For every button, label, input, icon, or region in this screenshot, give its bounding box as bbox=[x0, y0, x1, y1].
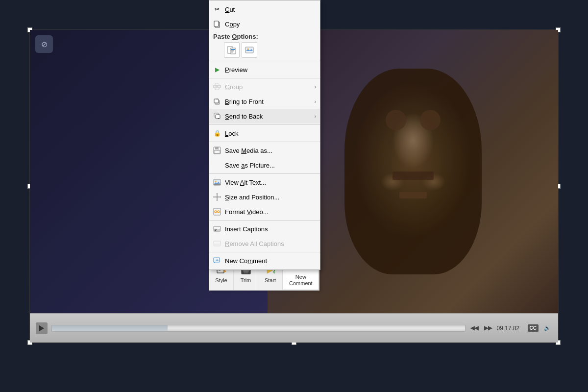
save-picture-icon bbox=[212, 160, 222, 170]
bring-to-front-label: Bring to Front bbox=[225, 98, 315, 105]
preview-icon: ▶ bbox=[212, 65, 222, 74]
paste-options-header: Paste Options: bbox=[209, 31, 320, 40]
menu-item-group[interactable]: Group › bbox=[209, 79, 320, 94]
save-picture-label: Save as Picture... bbox=[225, 162, 316, 169]
menu-item-save-picture[interactable]: Save as Picture... bbox=[209, 158, 320, 172]
progress-fill bbox=[52, 325, 168, 331]
menu-item-insert-captions[interactable]: Insert Captions bbox=[209, 221, 320, 236]
svg-rect-16 bbox=[216, 115, 220, 119]
copy-icon bbox=[212, 19, 222, 29]
send-to-back-icon bbox=[212, 111, 222, 121]
svg-rect-12 bbox=[215, 84, 219, 90]
menu-item-copy[interactable]: Copy bbox=[209, 17, 320, 31]
format-video-icon bbox=[212, 207, 222, 217]
menu-item-bring-to-front[interactable]: Bring to Front › bbox=[209, 94, 320, 109]
trim-label: Trim bbox=[241, 277, 251, 283]
group-label: Group bbox=[225, 83, 315, 91]
svg-rect-20 bbox=[219, 147, 220, 149]
preview-label: Preview bbox=[225, 66, 316, 74]
play-button[interactable] bbox=[36, 322, 48, 334]
progress-bar[interactable] bbox=[51, 325, 466, 332]
cut-icon: ✂ bbox=[212, 4, 222, 14]
menu-item-preview[interactable]: ▶ Preview bbox=[209, 62, 320, 77]
separator-1 bbox=[209, 61, 320, 61]
separator-5 bbox=[209, 173, 320, 174]
separator-7 bbox=[209, 252, 320, 252]
send-to-back-arrow: › bbox=[315, 114, 316, 119]
context-menu: ✂ Cut Copy Paste Options: bbox=[209, 0, 320, 270]
svg-point-27 bbox=[215, 211, 217, 213]
remove-captions-icon bbox=[212, 239, 222, 248]
accessibility-icon: ⊘ bbox=[35, 35, 53, 53]
save-media-icon bbox=[212, 146, 222, 155]
face-art bbox=[344, 69, 482, 274]
svg-rect-6 bbox=[231, 52, 233, 53]
svg-rect-14 bbox=[214, 99, 219, 103]
start-label: Start bbox=[265, 277, 276, 283]
svg-rect-33 bbox=[215, 230, 216, 231]
separator-4 bbox=[209, 142, 320, 142]
prev-frame-button[interactable]: ◀◀ bbox=[469, 323, 479, 333]
lock-label: Lock bbox=[225, 130, 316, 137]
menu-item-size-position[interactable]: Size and Position... bbox=[209, 190, 320, 204]
group-icon bbox=[212, 82, 222, 92]
copy-label: Copy bbox=[225, 21, 316, 28]
lock-icon: 🔒 bbox=[212, 128, 222, 138]
size-position-label: Size and Position... bbox=[225, 194, 316, 201]
format-video-label: Format Video... bbox=[225, 208, 316, 216]
svg-line-51 bbox=[274, 272, 275, 273]
svg-point-23 bbox=[215, 181, 217, 182]
style-label: Style bbox=[215, 277, 227, 283]
new-comment-label: New Comment bbox=[225, 257, 316, 265]
svg-rect-5 bbox=[231, 50, 234, 51]
view-alt-icon bbox=[212, 177, 222, 187]
media-controls-bar: ◀◀ ▶▶ 09:17.82 CC 🔊 bbox=[30, 313, 558, 343]
svg-rect-32 bbox=[215, 230, 217, 230]
send-to-back-label: Send to Back bbox=[225, 113, 315, 120]
svg-rect-4 bbox=[231, 49, 235, 50]
volume-button[interactable]: 🔊 bbox=[542, 323, 552, 333]
time-display: 09:17.82 bbox=[497, 325, 524, 332]
menu-item-new-comment[interactable]: New Comment bbox=[209, 253, 320, 268]
svg-rect-1 bbox=[214, 21, 219, 26]
svg-rect-18 bbox=[215, 147, 219, 149]
cc-button[interactable]: CC bbox=[528, 324, 539, 332]
svg-rect-19 bbox=[214, 150, 220, 153]
svg-point-9 bbox=[247, 49, 249, 50]
view-alt-label: View Alt Text... bbox=[225, 179, 316, 186]
new-comment-icon bbox=[212, 256, 222, 266]
cut-label: Cut bbox=[225, 6, 316, 13]
paste-options-row bbox=[209, 40, 320, 60]
menu-item-format-video[interactable]: Format Video... bbox=[209, 204, 320, 219]
save-media-label: Save Media as... bbox=[225, 147, 316, 154]
svg-rect-24 bbox=[214, 184, 220, 185]
next-frame-button[interactable]: ▶▶ bbox=[483, 323, 493, 333]
menu-item-save-media[interactable]: Save Media as... bbox=[209, 143, 320, 158]
paste-image-button[interactable] bbox=[242, 42, 257, 58]
menu-item-remove-captions[interactable]: Remove All Captions bbox=[209, 236, 320, 251]
size-position-icon bbox=[212, 192, 222, 202]
insert-captions-label: Insert Captions bbox=[225, 225, 316, 233]
remove-captions-label: Remove All Captions bbox=[225, 240, 316, 247]
menu-item-cut[interactable]: ✂ Cut bbox=[209, 2, 320, 17]
svg-point-28 bbox=[218, 211, 220, 213]
bring-to-front-icon bbox=[212, 97, 222, 106]
menu-item-send-to-back[interactable]: Send to Back › bbox=[209, 109, 320, 123]
svg-rect-42 bbox=[219, 270, 220, 271]
separator-2 bbox=[209, 78, 320, 78]
svg-rect-35 bbox=[214, 244, 220, 246]
svg-rect-25 bbox=[215, 185, 217, 185]
separator-3 bbox=[209, 124, 320, 125]
group-arrow: › bbox=[315, 84, 316, 90]
bring-to-front-arrow: › bbox=[315, 99, 316, 104]
separator-6 bbox=[209, 220, 320, 220]
menu-item-view-alt[interactable]: View Alt Text... bbox=[209, 175, 320, 190]
paste-keep-source-button[interactable] bbox=[224, 42, 240, 58]
svg-rect-31 bbox=[214, 229, 220, 231]
insert-captions-icon bbox=[212, 224, 222, 234]
new-comment-toolbar-label: NewComment bbox=[289, 274, 313, 287]
menu-item-lock[interactable]: 🔒 Lock bbox=[209, 126, 320, 141]
